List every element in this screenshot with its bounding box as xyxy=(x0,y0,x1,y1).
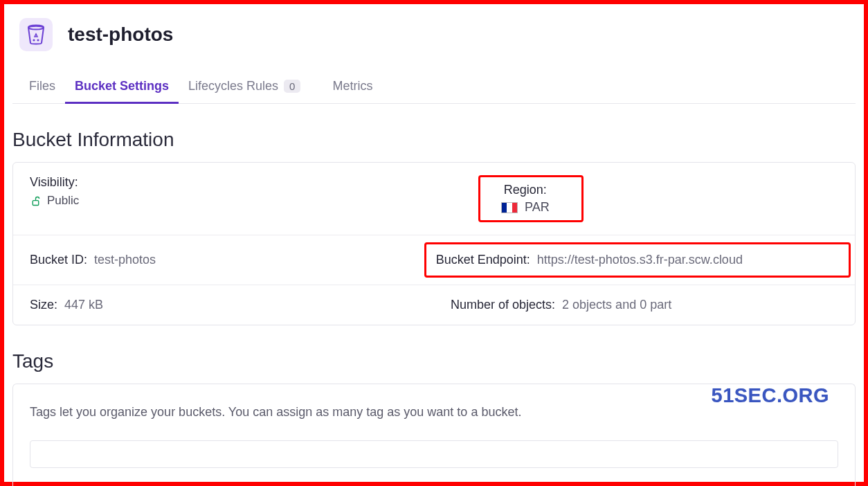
app-frame: test-photos Files Bucket Settings Lifecy… xyxy=(0,0,868,486)
visibility-cell: Visibility: Public xyxy=(13,163,434,235)
header: test-photos xyxy=(12,18,856,51)
bucket-id-value: test-photos xyxy=(94,253,156,267)
tags-title: Tags xyxy=(12,350,856,372)
tags-input[interactable] xyxy=(30,440,838,468)
tab-lifecycle-rules-label: Lifecycles Rules xyxy=(188,79,278,93)
info-row-id-endpoint: Bucket ID: test-photos Bucket Endpoint: … xyxy=(13,235,855,285)
region-label: Region: xyxy=(504,183,547,197)
region-value-line: PAR xyxy=(501,200,550,215)
bucket-info-card: Visibility: Public Region: PAR xyxy=(12,162,856,325)
size-cell: Size: 447 kB xyxy=(13,285,434,325)
lifecycle-count-badge: 0 xyxy=(284,80,300,93)
tab-files-label: Files xyxy=(29,79,55,93)
visibility-value-line: Public xyxy=(30,194,417,208)
objects-cell: Number of objects: 2 objects and 0 part xyxy=(434,285,855,325)
region-value: PAR xyxy=(525,200,550,215)
svg-rect-3 xyxy=(33,200,39,205)
tab-metrics-label: Metrics xyxy=(332,79,372,93)
tab-metrics[interactable]: Metrics xyxy=(323,71,382,103)
visibility-value: Public xyxy=(47,194,79,208)
tab-bucket-settings[interactable]: Bucket Settings xyxy=(65,71,179,103)
france-flag-icon xyxy=(501,202,518,213)
bucket-id-label: Bucket ID: xyxy=(30,253,87,267)
endpoint-value: https://test-photos.s3.fr-par.scw.cloud xyxy=(537,253,743,267)
endpoint-label: Bucket Endpoint: xyxy=(436,253,530,267)
objects-value: 2 objects and 0 part xyxy=(562,298,671,312)
bucket-info-title: Bucket Information xyxy=(12,129,856,151)
info-row-size-objects: Size: 447 kB Number of objects: 2 object… xyxy=(13,285,855,325)
page-title: test-photos xyxy=(68,24,173,46)
bucket-id-cell: Bucket ID: test-photos xyxy=(13,235,417,285)
region-cell: Region: PAR xyxy=(434,163,855,235)
svg-point-0 xyxy=(28,26,44,30)
objects-label: Number of objects: xyxy=(451,298,555,312)
tabs: Files Bucket Settings Lifecycles Rules 0… xyxy=(12,71,856,104)
svg-point-1 xyxy=(33,39,35,41)
size-label: Size: xyxy=(30,298,57,312)
tab-bucket-settings-label: Bucket Settings xyxy=(75,79,169,93)
tags-card: Tags let you organize your buckets. You … xyxy=(12,384,856,486)
svg-point-2 xyxy=(37,39,39,41)
tab-lifecycle-rules[interactable]: Lifecycles Rules 0 xyxy=(179,71,310,103)
info-row-visibility-region: Visibility: Public Region: PAR xyxy=(13,163,855,235)
bucket-icon xyxy=(19,18,53,51)
region-highlight: Region: PAR xyxy=(478,175,584,222)
size-value: 447 kB xyxy=(64,298,103,312)
endpoint-cell: Bucket Endpoint: https://test-photos.s3.… xyxy=(417,235,855,285)
unlock-icon xyxy=(30,195,42,207)
tags-description: Tags let you organize your buckets. You … xyxy=(30,405,838,420)
tab-files[interactable]: Files xyxy=(19,71,65,103)
visibility-label: Visibility: xyxy=(30,175,417,190)
endpoint-highlight: Bucket Endpoint: https://test-photos.s3.… xyxy=(424,242,851,278)
